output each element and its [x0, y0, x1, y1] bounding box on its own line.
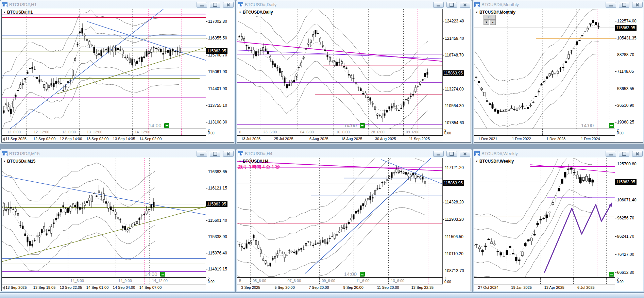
period-separator [68, 278, 68, 284]
time-label: 27 Oct 2024 [478, 285, 498, 289]
window-titlebar[interactable]: BTCUSD#,H1 [0, 0, 235, 9]
close-icon [635, 3, 639, 6]
price-tick: 107854.60 [445, 120, 464, 125]
minimize-button[interactable] [606, 2, 616, 8]
maximize-button[interactable] [210, 2, 220, 8]
indicator-substrip[interactable]: 12_0:0012_12:0013_0:0013_12:0014_12:00 [2, 129, 206, 136]
price-tick: 110564.30 [445, 103, 464, 108]
window-titlebar[interactable]: BTCUSD#,Monthly [473, 0, 644, 9]
indicator-substrip[interactable] [474, 277, 615, 284]
price-axis[interactable]: 115863.95 125700.80106071.4096256.708624… [615, 158, 643, 277]
close-button[interactable] [460, 2, 470, 8]
minimize-button[interactable] [606, 151, 616, 157]
chart-window-m15: BTCUSD#,M15 ▼ BTCUSD#,M15 [0, 149, 236, 293]
maximize-button[interactable] [210, 151, 220, 157]
price-tick: 110110.20 [445, 251, 463, 256]
price-axis[interactable]: 115863.95 122574.00105431.3588288.707114… [615, 9, 643, 129]
chart-window-daily: BTCUSD#,Daily ▼ BTCUSD#,Daily [236, 0, 472, 144]
ea-status-icon[interactable] [609, 272, 614, 277]
time-axis-spacer [443, 284, 471, 291]
chart-pane[interactable]: ▼ BTCUSD#,H4 残り 3 時間 4 分 1 秒 14:00 [237, 158, 443, 277]
minimize-button[interactable] [433, 151, 444, 157]
chart-symbol-label: ▼ BTCUSD#,Weekly [475, 159, 514, 164]
indicator-substrip[interactable]: 14_6:0014_9:0014_12:00 [2, 277, 206, 284]
price-axis[interactable]: 115863.95 117002.30116355.50115708.70115… [206, 9, 234, 129]
ea-status-icon[interactable] [609, 123, 614, 128]
price-tick: 111506.50 [445, 234, 463, 239]
indicator-substrip[interactable]: 023_6:0004_6:0016_6:0028_6:0009_6:00 [237, 129, 443, 136]
price-tick: 106071.40 [617, 198, 637, 202]
close-button[interactable] [223, 151, 234, 157]
minimize-button[interactable] [433, 2, 444, 8]
time-axis[interactable]: 11 Sep 202512 Sep 02:0012 Sep 14:0013 Se… [2, 136, 206, 142]
session-marker-line [145, 278, 145, 284]
close-button[interactable] [460, 151, 470, 157]
price-tick: 112903.20 [445, 217, 464, 222]
scale-down-button[interactable]: ▼ [484, 20, 489, 25]
chart-window-monthly: BTCUSD#,Monthly ▼ BTCUSD#,Monthly Y1 [472, 0, 644, 144]
time-axis[interactable]: 1 Dec 20211 Dec 20221 Dec 20231 Dec 2024 [474, 136, 615, 142]
y1-button[interactable]: Y1 [484, 15, 496, 20]
price-axis[interactable]: 115863.95 124223.40121458.40118748.70113… [443, 9, 471, 129]
window-titlebar[interactable]: BTCUSD#,M15 [0, 149, 235, 158]
substrip-min-label: 0.00 [444, 280, 451, 284]
close-button[interactable] [632, 2, 643, 8]
maximize-button[interactable] [446, 151, 457, 157]
window-title: BTCUSD#,Daily [245, 2, 430, 7]
period-label: 12_0:00 [7, 130, 21, 134]
time-axis[interactable]: 27 Oct 202419 Jan 202513 Apr 20256 Jul 2… [474, 284, 615, 291]
chart-pane[interactable]: ▼ BTCUSD#,Monthly Y1 ▼ ▲ 14:00 [474, 9, 615, 129]
price-axis[interactable]: 115863.95 117121.20114328.20112903.20111… [443, 158, 471, 277]
chart-pane[interactable]: ▼ BTCUSD#,M15 14:00 [2, 158, 206, 277]
maximize-button[interactable] [619, 151, 629, 157]
time-axis[interactable]: 3 Sep 20255 Sep 20:007 Sep 20:009 Sep 20… [237, 284, 443, 291]
fast-nav-arrow-icon[interactable] [2, 137, 5, 141]
period-separator [573, 278, 574, 284]
dropdown-arrow-icon: ▼ [239, 11, 241, 14]
chart-symbol-text: BTCUSD#,M15 [7, 159, 35, 164]
window-titlebar[interactable]: BTCUSD#,H4 [236, 149, 472, 158]
maximize-button[interactable] [446, 2, 457, 8]
chart-pane[interactable]: ▼ BTCUSD#,Daily 14:00 [237, 9, 443, 129]
price-tick: 115601.40 [208, 218, 227, 223]
minimize-button[interactable] [197, 2, 207, 8]
scale-up-button[interactable]: ▲ [490, 20, 496, 25]
time-label: 11 Sep 2025 [409, 137, 430, 141]
close-button[interactable] [632, 151, 643, 157]
time-axis-spacer [443, 136, 471, 142]
price-tick: 113108.30 [208, 120, 227, 125]
chart-icon [2, 2, 7, 7]
ea-status-icon[interactable] [164, 123, 169, 128]
fast-nav-arrow-icon[interactable] [2, 286, 5, 289]
minimize-button[interactable] [197, 151, 207, 157]
period-label: 14_9:00 [118, 279, 132, 283]
substrip-min-label: 0.00 [208, 280, 214, 284]
chart-pane[interactable]: ▼ BTCUSD#,H1 14:00 [2, 9, 206, 129]
indicator-substrip[interactable]: 505_6:0007_6:0009_6:0011_6:0013_6:00 [237, 277, 443, 284]
price-tick: 19368.25 [617, 120, 634, 125]
dropdown-arrow-icon: ▼ [239, 160, 241, 163]
maximize-button[interactable] [619, 2, 629, 8]
time-label: 13 Jul 2025 [241, 137, 260, 141]
close-icon [635, 152, 639, 155]
time-axis[interactable]: 13 Jul 202525 Jul 20256 Aug 202518 Aug 2… [237, 136, 443, 142]
ea-status-icon[interactable] [360, 123, 365, 128]
price-tick: 114328.20 [445, 200, 464, 204]
period-label: 5 [239, 279, 241, 283]
window-titlebar[interactable]: BTCUSD#,Weekly [473, 149, 644, 158]
chart-pane[interactable]: ▼ BTCUSD#,Weekly [474, 158, 615, 277]
time-label: 12 Sep 14:00 [60, 137, 82, 141]
ea-status-icon[interactable] [160, 272, 165, 277]
candle-countdown-label: 残り 3 時間 4 分 1 秒 [238, 164, 280, 170]
ea-status-icon[interactable] [360, 272, 365, 277]
time-label: 13 Sep 22:05 [60, 285, 82, 289]
window-titlebar[interactable]: BTCUSD#,Daily [236, 0, 472, 9]
minimize-icon [200, 154, 204, 155]
time-label: 6 Aug 2025 [309, 137, 328, 141]
price-axis[interactable]: 115863.95 116383.65116121.15115601.40115… [206, 158, 234, 277]
chart-content: ▼ BTCUSD#,M15 14:00 115863 [1, 158, 234, 291]
substrip-axis: 2 0.00 [443, 277, 471, 284]
close-button[interactable] [223, 2, 234, 8]
indicator-substrip[interactable] [474, 129, 615, 136]
time-axis[interactable]: 13 Sep 202513 Sep 19:0513 Sep 22:0514 Se… [2, 284, 206, 291]
